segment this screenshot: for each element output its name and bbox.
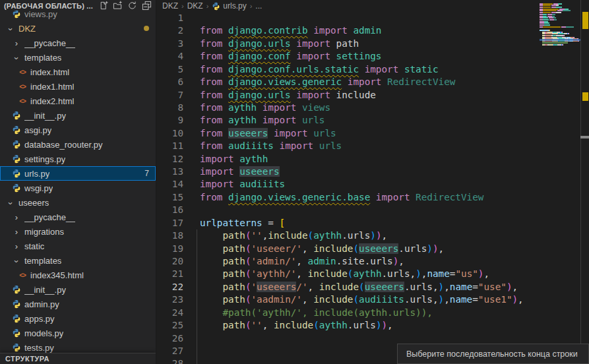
tree-item-index1-html[interactable]: <>index1.html	[0, 79, 156, 94]
line-number[interactable]: 4	[156, 50, 183, 63]
line-number[interactable]: 20	[156, 255, 183, 268]
line-number[interactable]: 11	[156, 140, 183, 152]
breadcrumb-separator: ›	[250, 2, 253, 10]
line-number[interactable]: 7	[156, 89, 183, 102]
code-line-6[interactable]: 6from django.views.generic import Redire…	[156, 76, 589, 88]
tree-item-static[interactable]: ›static	[0, 239, 156, 253]
line-number[interactable]: 6	[156, 76, 183, 88]
tree-item-index345-html[interactable]: <>index345.html	[0, 268, 156, 282]
breadcrumb-item[interactable]: urls.py	[212, 1, 246, 11]
line-number[interactable]: 10	[156, 127, 183, 140]
tree-item-index2-html[interactable]: <>index2.html	[0, 94, 156, 108]
code-line-25[interactable]: 25 path('', include(aythh.urls)),	[156, 319, 589, 332]
breadcrumb-item[interactable]: DKZ	[187, 1, 203, 11]
code-line-1[interactable]: 1	[156, 12, 589, 24]
minimap-line	[540, 21, 580, 22]
line-number[interactable]: 22	[156, 281, 183, 293]
python-icon	[12, 183, 21, 193]
code-line-21[interactable]: 21 path('aythh/', include(aythh.urls,),n…	[156, 268, 589, 280]
code-line-17[interactable]: 17urlpatterns = [	[156, 217, 589, 229]
tree-item-templates[interactable]: ›templates	[0, 50, 156, 65]
line-number[interactable]: 1	[156, 12, 183, 24]
code-area[interactable]: 12from django.contrib import admin3from …	[156, 12, 589, 364]
new-file-button[interactable]	[98, 1, 108, 11]
line-number[interactable]: 13	[156, 166, 183, 178]
python-icon	[12, 125, 21, 135]
line-number[interactable]: 16	[156, 204, 183, 216]
line-number[interactable]: 27	[156, 345, 183, 357]
line-number[interactable]: 2	[156, 24, 183, 37]
tree-item--init-py[interactable]: __init__.py	[0, 108, 156, 123]
code-line-5[interactable]: 5from django.conf.urls.static import sta…	[156, 63, 589, 76]
code-line-13[interactable]: 13import useeers	[156, 166, 589, 178]
line-number[interactable]: 26	[156, 332, 183, 345]
line-number[interactable]: 3	[156, 38, 183, 50]
line-number[interactable]: 9	[156, 114, 183, 127]
code-line-2[interactable]: 2from django.contrib import admin	[156, 24, 589, 37]
tree-item-dkz[interactable]: ›DKZ	[0, 21, 156, 36]
line-number[interactable]: 14	[156, 178, 183, 191]
line-number[interactable]: 24	[156, 307, 183, 319]
tree-item-admin-py[interactable]: admin.py	[0, 297, 156, 311]
tree-item-label: __pycache__	[24, 38, 75, 48]
code-line-26[interactable]: 26	[156, 332, 589, 345]
code-line-9[interactable]: 9from aythh import urls	[156, 114, 589, 127]
line-number[interactable]: 18	[156, 229, 183, 242]
code-line-4[interactable]: 4from django.conf import settings	[156, 50, 589, 63]
outline-section-header[interactable]: СТРУКТУРА	[0, 353, 156, 364]
tree-item-index-html[interactable]: <>index.html	[0, 65, 156, 79]
code-line-10[interactable]: 10from useeers import urls	[156, 127, 589, 140]
code-line-14[interactable]: 14import audiiits	[156, 178, 589, 191]
tree-item-database-roouter-py[interactable]: database_roouter.py	[0, 137, 156, 152]
minimap-line	[540, 49, 580, 51]
tree-item-label: index.html	[30, 67, 69, 77]
breadcrumb-item[interactable]: ...	[255, 1, 262, 11]
minimap-line	[540, 46, 580, 47]
code-line-11[interactable]: 11from audiiits import urls	[156, 140, 589, 152]
code-line-22[interactable]: 22 path('useeers/', include(useeers.urls…	[156, 281, 589, 293]
code-line-23[interactable]: 23 path('aadmin/', include(audiiits.urls…	[156, 293, 589, 306]
line-number[interactable]: 8	[156, 102, 183, 114]
line-number[interactable]: 25	[156, 319, 183, 332]
tree-item--pycache-[interactable]: ›__pycache__	[0, 36, 156, 50]
code-line-8[interactable]: 8from aythh import views	[156, 102, 589, 114]
code-line-16[interactable]: 16	[156, 204, 589, 216]
new-folder-button[interactable]	[113, 1, 123, 11]
tree-item-settings-py[interactable]: settings.py	[0, 152, 156, 166]
minimap[interactable]	[540, 1, 580, 74]
tree-item-models-py[interactable]: models.py	[0, 326, 156, 340]
code-line-15[interactable]: 15from django.views.generic.base import …	[156, 191, 589, 204]
tree-item-apps-py[interactable]: apps.py	[0, 311, 156, 326]
tree-item--init-py[interactable]: __init__.py	[0, 282, 156, 297]
code-line-7[interactable]: 7from django.urls import include	[156, 89, 589, 102]
tree-item-wsgi-py[interactable]: wsgi.py	[0, 181, 156, 195]
collapse-all-button[interactable]	[142, 1, 152, 11]
tree-item-templates[interactable]: ›templates	[0, 253, 156, 268]
line-number[interactable]: 21	[156, 268, 183, 280]
refresh-button[interactable]	[127, 1, 137, 11]
code-line-12[interactable]: 12import aythh	[156, 153, 589, 166]
line-number[interactable]: 5	[156, 63, 183, 76]
code-line-19[interactable]: 19 path('useeer/', include(useeers.urls)…	[156, 243, 589, 255]
code-line-18[interactable]: 18 path('',include(aythh.urls)),	[156, 229, 589, 242]
python-icon	[11, 111, 22, 120]
line-number[interactable]: 12	[156, 153, 183, 166]
code-line-24[interactable]: 24 #path('aythh/', include(aythh.urls)),	[156, 307, 589, 319]
tree-item-urls-py[interactable]: urls.py7	[0, 166, 156, 181]
overview-ruler[interactable]	[581, 0, 589, 364]
line-number[interactable]: 23	[156, 293, 183, 306]
tree-item-useeers[interactable]: ›useeers	[0, 195, 156, 210]
minimap-line	[540, 33, 580, 34]
indent-guide	[197, 229, 197, 364]
python-icon	[11, 154, 22, 164]
line-number[interactable]: 15	[156, 191, 183, 204]
code-line-3[interactable]: 3from django.urls import path	[156, 38, 589, 50]
breadcrumb-item[interactable]: DKZ	[162, 1, 178, 11]
code-line-20[interactable]: 20 path('admin/', admin.site.urls),	[156, 255, 589, 268]
line-number[interactable]: 17	[156, 217, 183, 229]
tree-item-asgi-py[interactable]: asgi.py	[0, 123, 156, 137]
tree-item--pycache-[interactable]: ›__pycache__	[0, 210, 156, 224]
line-number[interactable]: 19	[156, 243, 183, 255]
tree-item-migrations[interactable]: ›migrations	[0, 224, 156, 239]
line-number[interactable]: 28	[156, 357, 183, 364]
